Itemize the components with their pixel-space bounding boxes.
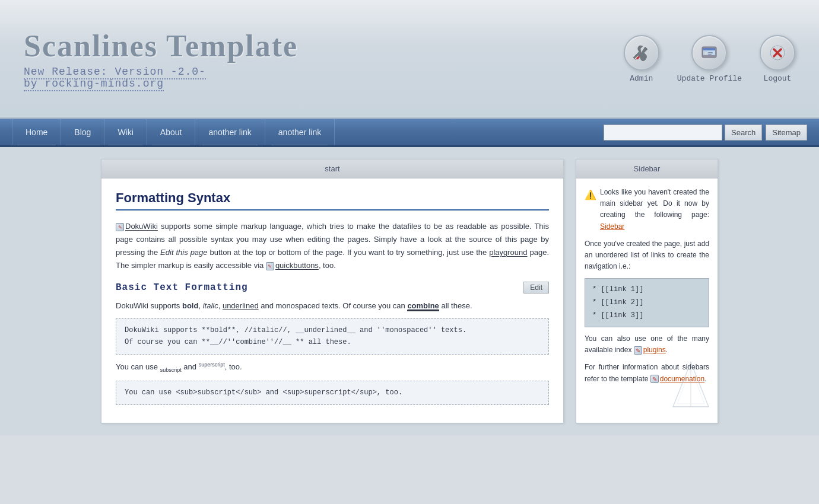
page-title: Formatting Syntax bbox=[116, 190, 549, 210]
sitemap-button[interactable]: Sitemap bbox=[766, 125, 807, 141]
search-input[interactable] bbox=[604, 125, 722, 141]
comma1: , bbox=[198, 301, 202, 310]
subscript-suffix: , too. bbox=[225, 362, 242, 371]
subscript-demo: You can use subscript and superscript, t… bbox=[116, 361, 549, 375]
svg-point-4 bbox=[704, 52, 707, 55]
subscript-word: subscript bbox=[160, 367, 182, 373]
basic-text-formatting-section: Basic Text Formatting Edit DokuWiki supp… bbox=[116, 282, 549, 405]
playground-link[interactable]: playground bbox=[489, 248, 527, 257]
sidebar-link[interactable]: Sidebar bbox=[600, 222, 624, 231]
main-content: start Formatting Syntax ✎DokuWiki suppor… bbox=[101, 159, 564, 423]
admin-icon bbox=[624, 35, 659, 71]
admin-button[interactable]: Admin bbox=[624, 35, 659, 83]
nav-blog[interactable]: Blog bbox=[61, 119, 104, 145]
intro-text-2: button at the top or bottom of the page.… bbox=[208, 248, 490, 257]
content-area: start Formatting Syntax ✎DokuWiki suppor… bbox=[0, 147, 819, 435]
sidebar-warning: ⚠️ Looks like you haven't created the ma… bbox=[585, 187, 709, 232]
sidebar-intro-text: Looks like you haven't created the main … bbox=[600, 188, 709, 219]
docs-icon: ✎ bbox=[650, 375, 659, 383]
plugins-link[interactable]: plugins bbox=[643, 346, 666, 354]
text-end: all these. bbox=[439, 301, 472, 310]
nav-about[interactable]: About bbox=[147, 119, 196, 145]
sidebar-intro: Looks like you haven't created the main … bbox=[600, 187, 709, 232]
site-title: Scanlines Template bbox=[24, 28, 624, 63]
sidebar-decoration bbox=[670, 359, 712, 417]
nav-home[interactable]: Home bbox=[12, 119, 61, 145]
page-content: Formatting Syntax ✎DokuWiki supports som… bbox=[101, 178, 563, 423]
code-line-sub: You can use <sub>subscript</sub> and <su… bbox=[125, 387, 540, 398]
code-line-1: DokuWiki supports **bold**, //italic//, … bbox=[125, 325, 540, 336]
site-header: Scanlines Template New Release: Version … bbox=[0, 0, 819, 119]
navigation-bar: Home Blog Wiki About another link anothe… bbox=[0, 119, 819, 147]
body-prefix: DokuWiki supports bbox=[116, 301, 182, 310]
italic-text: italic bbox=[203, 301, 218, 310]
nav-search-area: Search Sitemap bbox=[604, 125, 807, 141]
sidebar-content: ⚠️ Looks like you haven't created the ma… bbox=[576, 178, 718, 393]
combine-link[interactable]: combine bbox=[407, 301, 439, 311]
search-button[interactable]: Search bbox=[725, 125, 762, 141]
nav-links: Home Blog Wiki About another link anothe… bbox=[12, 119, 598, 145]
site-branding: Scanlines Template New Release: Version … bbox=[24, 28, 624, 90]
nav-another-link-2[interactable]: another link bbox=[265, 119, 335, 145]
admin-label: Admin bbox=[630, 74, 653, 83]
breadcrumb: start bbox=[101, 160, 563, 178]
section-title: Basic Text Formatting bbox=[116, 282, 248, 293]
update-profile-icon bbox=[691, 35, 727, 71]
nav-wiki[interactable]: Wiki bbox=[104, 119, 147, 145]
underlined-text: underlined bbox=[223, 301, 259, 310]
sidebar-instruction: Once you've created the page, just add a… bbox=[585, 238, 709, 273]
superscript-word: superscript bbox=[199, 362, 225, 368]
update-profile-button[interactable]: Update Profile bbox=[677, 35, 742, 83]
quickbuttons-link[interactable]: quickbuttons bbox=[275, 261, 319, 270]
site-subtitle: New Release: Version -2.0- by rocking-mi… bbox=[24, 66, 624, 90]
section-edit-button[interactable]: Edit bbox=[523, 282, 549, 294]
subtitle-line2: by rocking-minds.org bbox=[24, 78, 164, 91]
logout-icon bbox=[760, 35, 795, 71]
nav-another-link-1[interactable]: another link bbox=[195, 119, 265, 145]
subscript-mid: and bbox=[182, 362, 199, 371]
dokuwiki-icon: ✎ bbox=[116, 223, 124, 231]
logout-button[interactable]: Logout bbox=[760, 35, 795, 83]
svg-rect-6 bbox=[708, 54, 712, 55]
sidebar-code-line-2: * [[link 2]] bbox=[592, 296, 701, 310]
comma2: , bbox=[218, 301, 223, 310]
text-mid: and monospaced texts. Of course you can bbox=[259, 301, 408, 310]
dokuwiki-link[interactable]: DokuWiki bbox=[125, 222, 158, 231]
header-actions: Admin Update Profile bbox=[624, 35, 795, 83]
bold-text: bold bbox=[182, 301, 198, 310]
code-block-2: You can use <sub>subscript</sub> and <su… bbox=[116, 381, 549, 405]
sidebar-code-line-1: * [[link 1]] bbox=[592, 283, 701, 296]
logout-label: Logout bbox=[764, 74, 792, 83]
subscript-prefix: You can use bbox=[116, 362, 160, 371]
svg-rect-5 bbox=[708, 52, 713, 53]
code-block-1: DokuWiki supports **bold**, //italic//, … bbox=[116, 318, 549, 354]
code-line-2: Of course you can **__//''combine''//__ … bbox=[125, 337, 540, 348]
section-body: DokuWiki supports bold, italic, underlin… bbox=[116, 299, 549, 312]
sidebar: Sidebar ⚠️ Looks like you haven't create… bbox=[576, 159, 718, 423]
edit-page-link[interactable]: Edit this page bbox=[160, 248, 207, 257]
sidebar-plugins-text: You can also use one of the many availab… bbox=[585, 333, 709, 356]
sidebar-code-line-3: * [[link 3]] bbox=[592, 310, 701, 323]
plugins-suffix: . bbox=[666, 346, 668, 354]
update-profile-label: Update Profile bbox=[677, 74, 742, 83]
section-header: Basic Text Formatting Edit bbox=[116, 282, 549, 294]
intro-text-4: , too. bbox=[319, 261, 336, 270]
intro-paragraph: ✎DokuWiki supports some simple markup la… bbox=[116, 220, 549, 272]
sidebar-title: Sidebar bbox=[576, 160, 718, 178]
sidebar-code-box: * [[link 1]] * [[link 2]] * [[link 3]] bbox=[585, 278, 709, 327]
svg-rect-3 bbox=[703, 48, 715, 50]
triangle-icon bbox=[670, 359, 712, 413]
plugins-icon: ✎ bbox=[634, 346, 642, 355]
quickbuttons-icon: ✎ bbox=[266, 262, 274, 270]
warning-icon: ⚠️ bbox=[585, 187, 596, 232]
